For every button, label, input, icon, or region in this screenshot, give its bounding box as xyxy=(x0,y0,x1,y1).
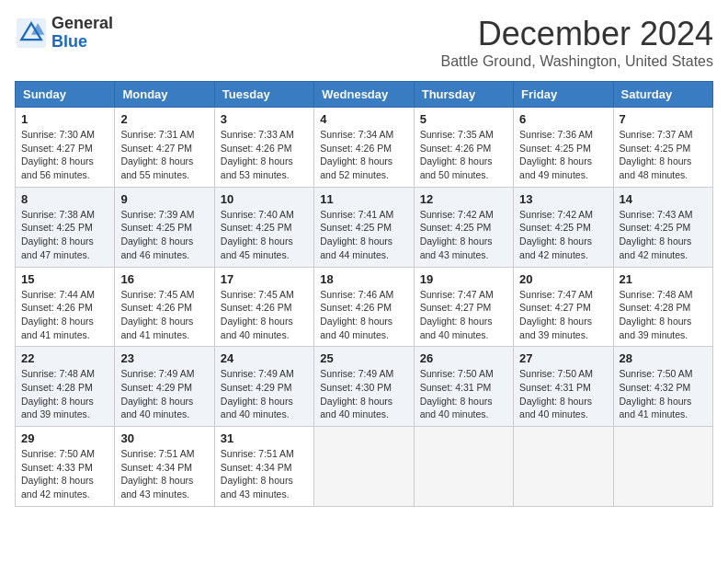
day-of-week-header: Monday xyxy=(115,82,214,108)
calendar-cell: 9 Sunrise: 7:39 AM Sunset: 4:25 PM Dayli… xyxy=(115,187,214,267)
day-info: Sunrise: 7:50 AM Sunset: 4:31 PM Dayligh… xyxy=(519,367,607,421)
calendar-cell: 5 Sunrise: 7:35 AM Sunset: 4:26 PM Dayli… xyxy=(414,108,513,188)
day-number: 3 xyxy=(221,112,308,126)
day-number: 15 xyxy=(21,272,108,286)
day-number: 22 xyxy=(21,351,108,365)
header: General Blue December 2024 Battle Ground… xyxy=(15,15,713,70)
day-number: 31 xyxy=(221,431,308,445)
calendar-header-row: SundayMondayTuesdayWednesdayThursdayFrid… xyxy=(16,82,713,108)
calendar-cell: 12 Sunrise: 7:42 AM Sunset: 4:25 PM Dayl… xyxy=(414,187,513,267)
day-number: 8 xyxy=(21,192,108,206)
day-number: 20 xyxy=(519,272,607,286)
day-number: 29 xyxy=(21,431,108,445)
day-of-week-header: Wednesday xyxy=(314,82,414,108)
day-info: Sunrise: 7:36 AM Sunset: 4:25 PM Dayligh… xyxy=(519,128,607,182)
day-of-week-header: Thursday xyxy=(414,82,513,108)
day-number: 25 xyxy=(320,351,407,365)
logo-blue: Blue xyxy=(51,32,87,51)
day-number: 21 xyxy=(620,272,707,286)
day-info: Sunrise: 7:47 AM Sunset: 4:27 PM Dayligh… xyxy=(420,288,507,342)
day-number: 24 xyxy=(221,351,308,365)
day-info: Sunrise: 7:45 AM Sunset: 4:26 PM Dayligh… xyxy=(120,288,208,342)
calendar-week-row: 1 Sunrise: 7:30 AM Sunset: 4:27 PM Dayli… xyxy=(16,108,713,188)
calendar-cell: 13 Sunrise: 7:42 AM Sunset: 4:25 PM Dayl… xyxy=(514,187,613,267)
day-info: Sunrise: 7:49 AM Sunset: 4:29 PM Dayligh… xyxy=(221,367,308,421)
calendar-cell: 19 Sunrise: 7:47 AM Sunset: 4:27 PM Dayl… xyxy=(414,267,513,347)
calendar-cell: 25 Sunrise: 7:49 AM Sunset: 4:30 PM Dayl… xyxy=(314,347,414,427)
day-info: Sunrise: 7:34 AM Sunset: 4:26 PM Dayligh… xyxy=(320,128,407,182)
day-number: 27 xyxy=(519,351,607,365)
calendar-cell xyxy=(314,427,414,507)
day-info: Sunrise: 7:37 AM Sunset: 4:25 PM Dayligh… xyxy=(620,128,707,182)
calendar-cell: 18 Sunrise: 7:46 AM Sunset: 4:26 PM Dayl… xyxy=(314,267,414,347)
calendar-cell: 2 Sunrise: 7:31 AM Sunset: 4:27 PM Dayli… xyxy=(115,108,214,188)
calendar-cell xyxy=(514,427,613,507)
day-info: Sunrise: 7:48 AM Sunset: 4:28 PM Dayligh… xyxy=(21,367,108,421)
logo-icon xyxy=(15,17,48,50)
calendar-week-row: 29 Sunrise: 7:50 AM Sunset: 4:33 PM Dayl… xyxy=(16,427,713,507)
day-info: Sunrise: 7:42 AM Sunset: 4:25 PM Dayligh… xyxy=(519,208,607,262)
day-info: Sunrise: 7:43 AM Sunset: 4:25 PM Dayligh… xyxy=(620,208,707,262)
calendar-cell: 24 Sunrise: 7:49 AM Sunset: 4:29 PM Dayl… xyxy=(214,347,313,427)
day-info: Sunrise: 7:39 AM Sunset: 4:25 PM Dayligh… xyxy=(120,208,208,262)
day-number: 26 xyxy=(420,351,507,365)
day-info: Sunrise: 7:50 AM Sunset: 4:31 PM Dayligh… xyxy=(420,367,507,421)
calendar-cell: 4 Sunrise: 7:34 AM Sunset: 4:26 PM Dayli… xyxy=(314,108,414,188)
day-info: Sunrise: 7:41 AM Sunset: 4:25 PM Dayligh… xyxy=(320,208,407,262)
day-number: 16 xyxy=(120,272,208,286)
day-number: 6 xyxy=(519,112,607,126)
day-number: 11 xyxy=(320,192,407,206)
calendar-cell: 16 Sunrise: 7:45 AM Sunset: 4:26 PM Dayl… xyxy=(115,267,214,347)
calendar-cell: 20 Sunrise: 7:47 AM Sunset: 4:27 PM Dayl… xyxy=(514,267,613,347)
calendar-week-row: 8 Sunrise: 7:38 AM Sunset: 4:25 PM Dayli… xyxy=(16,187,713,267)
day-number: 17 xyxy=(221,272,308,286)
calendar-cell: 22 Sunrise: 7:48 AM Sunset: 4:28 PM Dayl… xyxy=(16,347,115,427)
day-info: Sunrise: 7:50 AM Sunset: 4:33 PM Dayligh… xyxy=(21,447,108,501)
day-number: 30 xyxy=(120,431,208,445)
calendar-cell xyxy=(613,427,712,507)
logo: General Blue xyxy=(15,15,113,52)
calendar-cell: 30 Sunrise: 7:51 AM Sunset: 4:34 PM Dayl… xyxy=(115,427,214,507)
calendar-cell: 14 Sunrise: 7:43 AM Sunset: 4:25 PM Dayl… xyxy=(613,187,712,267)
day-info: Sunrise: 7:42 AM Sunset: 4:25 PM Dayligh… xyxy=(420,208,507,262)
day-number: 4 xyxy=(320,112,407,126)
title-block: December 2024 Battle Ground, Washington,… xyxy=(441,15,713,70)
day-info: Sunrise: 7:30 AM Sunset: 4:27 PM Dayligh… xyxy=(21,128,108,182)
day-number: 1 xyxy=(21,112,108,126)
logo-text: General Blue xyxy=(51,15,113,52)
day-number: 9 xyxy=(120,192,208,206)
day-number: 18 xyxy=(320,272,407,286)
day-info: Sunrise: 7:48 AM Sunset: 4:28 PM Dayligh… xyxy=(620,288,707,342)
day-number: 2 xyxy=(120,112,208,126)
day-number: 14 xyxy=(620,192,707,206)
calendar-cell: 26 Sunrise: 7:50 AM Sunset: 4:31 PM Dayl… xyxy=(414,347,513,427)
day-of-week-header: Sunday xyxy=(16,82,115,108)
day-of-week-header: Tuesday xyxy=(214,82,313,108)
location: Battle Ground, Washington, United States xyxy=(441,53,713,70)
calendar-cell: 6 Sunrise: 7:36 AM Sunset: 4:25 PM Dayli… xyxy=(514,108,613,188)
day-number: 23 xyxy=(120,351,208,365)
day-info: Sunrise: 7:51 AM Sunset: 4:34 PM Dayligh… xyxy=(221,447,308,501)
day-number: 28 xyxy=(620,351,707,365)
day-info: Sunrise: 7:50 AM Sunset: 4:32 PM Dayligh… xyxy=(620,367,707,421)
day-number: 10 xyxy=(221,192,308,206)
day-info: Sunrise: 7:31 AM Sunset: 4:27 PM Dayligh… xyxy=(120,128,208,182)
day-info: Sunrise: 7:45 AM Sunset: 4:26 PM Dayligh… xyxy=(221,288,308,342)
day-info: Sunrise: 7:49 AM Sunset: 4:29 PM Dayligh… xyxy=(120,367,208,421)
calendar-cell: 31 Sunrise: 7:51 AM Sunset: 4:34 PM Dayl… xyxy=(214,427,313,507)
calendar-cell: 29 Sunrise: 7:50 AM Sunset: 4:33 PM Dayl… xyxy=(16,427,115,507)
calendar-cell: 23 Sunrise: 7:49 AM Sunset: 4:29 PM Dayl… xyxy=(115,347,214,427)
day-number: 12 xyxy=(420,192,507,206)
day-number: 7 xyxy=(620,112,707,126)
day-info: Sunrise: 7:38 AM Sunset: 4:25 PM Dayligh… xyxy=(21,208,108,262)
calendar-cell: 17 Sunrise: 7:45 AM Sunset: 4:26 PM Dayl… xyxy=(214,267,313,347)
calendar-cell: 15 Sunrise: 7:44 AM Sunset: 4:26 PM Dayl… xyxy=(16,267,115,347)
calendar-week-row: 15 Sunrise: 7:44 AM Sunset: 4:26 PM Dayl… xyxy=(16,267,713,347)
calendar-cell: 28 Sunrise: 7:50 AM Sunset: 4:32 PM Dayl… xyxy=(613,347,712,427)
calendar-cell: 11 Sunrise: 7:41 AM Sunset: 4:25 PM Dayl… xyxy=(314,187,414,267)
calendar-cell: 21 Sunrise: 7:48 AM Sunset: 4:28 PM Dayl… xyxy=(613,267,712,347)
day-info: Sunrise: 7:35 AM Sunset: 4:26 PM Dayligh… xyxy=(420,128,507,182)
calendar-cell: 1 Sunrise: 7:30 AM Sunset: 4:27 PM Dayli… xyxy=(16,108,115,188)
logo-general: General xyxy=(51,14,113,32)
calendar-cell: 8 Sunrise: 7:38 AM Sunset: 4:25 PM Dayli… xyxy=(16,187,115,267)
